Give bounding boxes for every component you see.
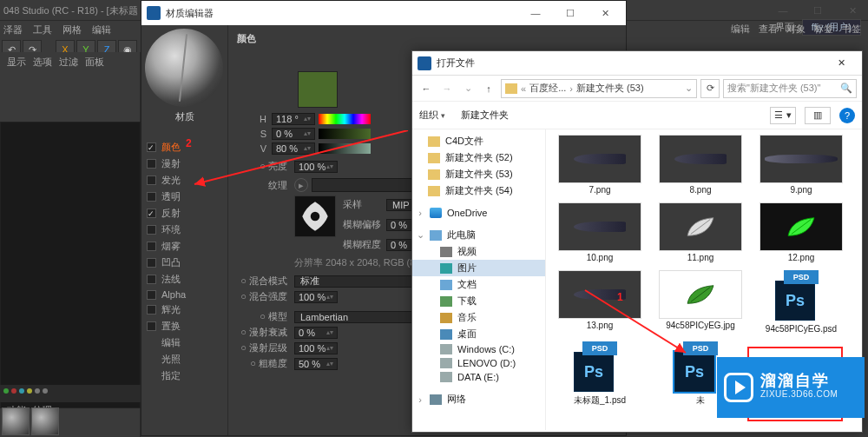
file-thumbnail[interactable] <box>760 135 843 183</box>
menu-item[interactable]: 对象 <box>786 23 806 36</box>
organize-menu[interactable]: 组织 <box>419 109 445 122</box>
menu-item[interactable]: 查看 <box>759 23 778 36</box>
path-bar[interactable]: « 百度经... › 新建文件夹 (53) ⌄ <box>501 79 697 98</box>
tree-expand-icon[interactable]: › <box>416 394 424 405</box>
channel-漫射[interactable]: 漫射 <box>141 156 227 172</box>
tree-item[interactable]: 新建文件夹 (53) <box>412 166 545 182</box>
keyframe-dot-icon[interactable] <box>27 388 32 394</box>
help-icon[interactable]: ? <box>839 108 855 123</box>
hue-slider[interactable] <box>319 114 371 124</box>
tree-item[interactable]: C4D文件 <box>412 133 545 149</box>
menu-item[interactable]: 标签 <box>814 23 833 36</box>
timeline[interactable] <box>0 385 141 402</box>
tree-item[interactable]: Windows (C:) <box>412 342 545 356</box>
val-slider[interactable] <box>319 143 371 154</box>
file-item[interactable]: 9.png <box>754 135 848 195</box>
tree-item[interactable]: 文档 <box>412 276 545 293</box>
new-folder-button[interactable]: 新建文件夹 <box>461 109 509 122</box>
menu-item[interactable]: 工具 <box>33 21 52 38</box>
sat-slider[interactable] <box>319 129 371 139</box>
channel-辉光[interactable]: 辉光 <box>141 301 227 318</box>
color-swatch[interactable] <box>298 71 338 108</box>
view-mode-icon[interactable]: ☰ ▾ <box>770 107 796 124</box>
roughness-input[interactable]: 50 %▴▾ <box>294 358 338 370</box>
tree-expand-icon[interactable]: ⌄ <box>416 229 424 241</box>
channel-checkbox[interactable] <box>147 225 156 235</box>
material-editor-titlebar[interactable]: 材质编辑器 — ☐ ✕ <box>141 1 626 25</box>
brightness-input[interactable]: 100 %▴▾ <box>294 161 338 173</box>
file-item[interactable]: 10.png <box>553 202 647 263</box>
texture-thumbnail[interactable] <box>294 195 336 237</box>
menu-item[interactable]: 泽器 <box>3 21 23 38</box>
keyframe-dot-icon[interactable] <box>35 388 40 394</box>
close-icon[interactable]: ✕ <box>589 3 621 23</box>
file-thumbnail[interactable] <box>558 135 641 183</box>
channel-颜色[interactable]: 颜色 <box>141 139 227 156</box>
menu-item[interactable]: 网格 <box>62 21 82 38</box>
channel-透明[interactable]: 透明 <box>141 189 227 205</box>
material-preview-sphere[interactable] <box>145 29 223 107</box>
channel-编辑[interactable]: 编辑 <box>141 334 227 351</box>
hue-input[interactable]: 118 °▴▾ <box>272 113 315 125</box>
viewport[interactable] <box>0 122 141 408</box>
channel-checkbox[interactable] <box>147 242 156 251</box>
material-name[interactable]: 材质 <box>141 110 227 123</box>
keyframe-dot-icon[interactable] <box>3 388 9 394</box>
file-item[interactable]: 11.png <box>654 202 747 263</box>
nav-back-icon[interactable]: ← <box>418 83 435 94</box>
c4d-close-icon[interactable]: ✕ <box>837 0 868 21</box>
refresh-icon[interactable]: ⟳ <box>700 79 720 98</box>
material-swatch[interactable] <box>2 407 30 435</box>
texture-arrow-icon[interactable]: ▸ <box>294 178 308 192</box>
channel-法线[interactable]: 法线 <box>141 271 227 288</box>
file-item[interactable]: 12.png <box>754 202 848 263</box>
diffuse-falloff-input[interactable]: 0 %▴▾ <box>294 327 338 339</box>
dialog-titlebar[interactable]: 打开文件 ✕ <box>412 51 862 76</box>
channel-checkbox[interactable] <box>147 159 156 169</box>
file-thumbnail[interactable] <box>659 270 742 319</box>
file-thumbnail[interactable] <box>659 202 742 251</box>
tree-item[interactable]: ›OneDrive <box>412 206 545 220</box>
search-input[interactable]: 搜索"新建文件夹 (53)" 🔍 <box>723 79 857 98</box>
tree-item[interactable]: 音乐 <box>412 309 545 326</box>
c4d-max-icon[interactable]: ☐ <box>802 0 833 21</box>
view-tab[interactable]: 过滤 <box>59 56 78 69</box>
file-thumbnail[interactable] <box>659 135 742 183</box>
keyframe-dot-icon[interactable] <box>19 388 24 394</box>
view-tab[interactable]: 显示 <box>7 56 26 69</box>
channel-烟雾[interactable]: 烟雾 <box>141 238 227 255</box>
file-item[interactable]: PSDPs未标题_1.psd <box>553 341 647 406</box>
diffuse-level-input[interactable]: 100 %▴▾ <box>294 342 338 354</box>
file-item[interactable]: 8.png <box>654 135 747 195</box>
tree-item[interactable]: 新建文件夹 (52) <box>412 149 545 166</box>
folder-tree[interactable]: C4D文件新建文件夹 (52)新建文件夹 (53)新建文件夹 (54)›OneD… <box>412 129 546 430</box>
channel-checkbox[interactable] <box>147 192 156 202</box>
file-item[interactable]: 7.png <box>553 135 647 195</box>
file-thumbnail[interactable] <box>760 202 843 251</box>
preview-pane-icon[interactable]: ▥ <box>805 107 831 124</box>
file-thumbnail[interactable] <box>558 270 641 319</box>
channel-checkbox[interactable] <box>147 175 156 185</box>
tree-item[interactable]: 桌面 <box>412 326 545 342</box>
nav-up-icon[interactable]: ↑ <box>480 83 497 94</box>
c4d-min-icon[interactable]: — <box>767 0 799 21</box>
menu-item[interactable]: 书签 <box>842 23 861 36</box>
menu-item[interactable]: 编辑 <box>731 23 750 36</box>
tree-item[interactable]: ›网络 <box>412 391 545 407</box>
view-tab[interactable]: 选项 <box>33 56 52 69</box>
menu-item[interactable]: 编辑 <box>92 21 111 38</box>
channel-checkbox[interactable] <box>147 275 156 284</box>
channel-置换[interactable]: 置换 <box>141 318 227 334</box>
channel-指定[interactable]: 指定 <box>141 367 227 384</box>
maximize-icon[interactable]: ☐ <box>555 3 586 23</box>
tree-item[interactable]: 下载 <box>412 293 545 309</box>
tree-item[interactable]: 视频 <box>412 243 545 260</box>
file-thumbnail[interactable]: PSDPs <box>775 270 827 322</box>
mix-strength-input[interactable]: 100 %▴▾ <box>294 291 338 303</box>
channel-反射[interactable]: 反射 <box>141 205 227 222</box>
file-thumbnail[interactable] <box>558 202 641 251</box>
material-swatch[interactable] <box>31 407 59 435</box>
channel-checkbox[interactable] <box>147 290 156 300</box>
minimize-icon[interactable]: — <box>520 3 551 23</box>
channel-光照[interactable]: 光照 <box>141 351 227 367</box>
